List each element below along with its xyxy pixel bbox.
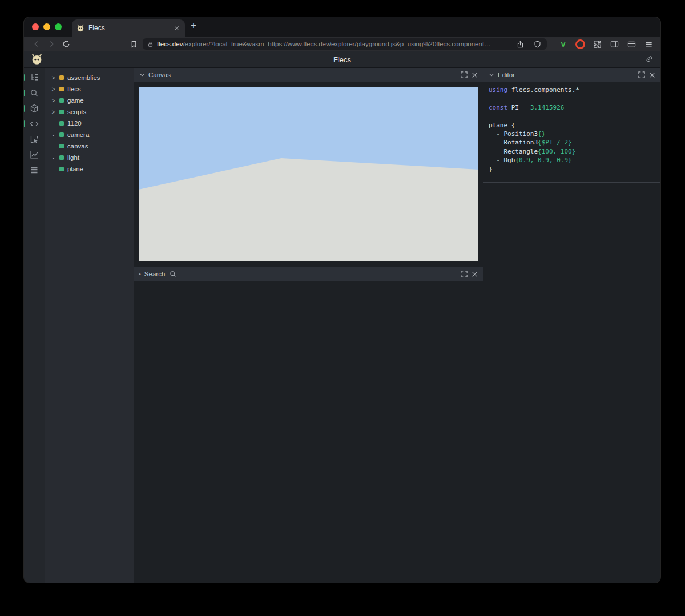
new-tab-button[interactable]: + [191,21,196,30]
tab-strip: Flecs + [24,17,660,37]
entity-kind-swatch [59,87,64,91]
wallet-icon[interactable] [627,39,636,49]
tab-close-icon[interactable] [172,24,180,32]
editor-panel: Editor using flecs.components.* const PI… [483,68,660,583]
entity-kind-swatch [59,155,64,160]
editor-empty-area [483,183,660,583]
chevron-down-icon[interactable] [488,72,494,78]
window-minimize-button[interactable] [43,23,50,30]
leaf-dash-icon: - [51,143,56,150]
bookmark-icon[interactable] [128,38,139,50]
rail-active-indicator [24,74,25,81]
shield-icon[interactable] [533,39,542,49]
rows-icon[interactable] [30,166,39,175]
tree-item-label: flecs [67,86,81,92]
code-line: - Rgb{0.9, 0.9, 0.9} [489,156,655,164]
app-body: >assemblies>flecs>game>scripts-1120-came… [24,68,660,583]
tree-item-label: plane [67,166,83,172]
record-icon[interactable] [575,39,585,49]
window-close-button[interactable] [32,23,39,30]
url-path: /explorer/?local=true&wasm=https://www.f… [183,41,490,47]
lock-icon[interactable] [147,41,154,47]
tree-item-game[interactable]: >game [45,95,134,106]
extensions-puzzle-icon[interactable] [593,39,602,49]
center-column: Canvas • Search [134,68,483,583]
expand-icon[interactable] [638,71,645,79]
search-status-dot: • [139,271,141,277]
rail-active-indicator [24,105,25,112]
search-icon[interactable] [30,88,39,98]
window-zoom-button[interactable] [55,23,62,30]
menu-icon[interactable] [644,39,654,49]
share-icon[interactable] [515,39,525,49]
flecs-logo [31,53,43,65]
rail-active-indicator [24,90,25,96]
code-line: plane { [489,121,655,130]
tree-item-label: game [67,97,84,104]
leaf-dash-icon: - [51,132,56,138]
tree-item-label: scripts [67,108,86,115]
tree-item-light[interactable]: -light [45,152,134,163]
chevron-right-icon[interactable]: > [51,109,56,115]
entity-tree: >assemblies>flecs>game>scripts-1120-came… [45,68,134,583]
search-panel-header[interactable]: • Search [134,267,483,281]
tree-item-assemblies[interactable]: >assemblies [45,72,134,83]
chevron-right-icon[interactable]: > [51,75,56,81]
tree-item-plane[interactable]: -plane [45,163,134,175]
share-link-icon[interactable] [645,55,654,63]
entity-kind-swatch [59,98,64,103]
address-bar[interactable]: flecs.dev/explorer/?local=true&wasm=http… [143,38,547,50]
browser-toolbar: flecs.dev/explorer/?local=true&wasm=http… [24,37,660,51]
tree-item-canvas[interactable]: -canvas [45,140,134,152]
url-domain: flecs.dev [157,41,183,47]
tab-title: Flecs [88,24,168,32]
close-icon[interactable] [471,271,478,278]
browser-tab[interactable]: Flecs [72,19,185,37]
close-icon[interactable] [648,71,656,79]
forward-icon[interactable] [46,38,57,50]
expand-icon[interactable] [460,71,468,79]
code-line: const PI = 3.1415926 [489,103,655,112]
chevron-right-icon[interactable]: > [51,98,56,104]
search-panel-label: Search [144,271,165,277]
chevron-down-icon[interactable] [139,72,145,78]
entity-kind-swatch [59,167,64,171]
entity-kind-swatch [59,110,64,114]
tree-item-camera[interactable]: -camera [45,129,134,140]
icon-rail [24,68,45,583]
rail-active-indicator [24,120,25,127]
page-title: Flecs [333,55,351,64]
editor-code[interactable]: using flecs.components.* const PI = 3.14… [483,82,660,183]
tree-item-label: camera [67,131,89,138]
code-line: - Rectangle{100, 100} [489,147,655,156]
tree-item-label: assemblies [67,74,100,81]
code-line: - Rotation3{$PI / 2} [489,138,655,147]
leaf-dash-icon: - [51,120,56,127]
code-icon[interactable] [30,119,39,128]
extension-v-icon[interactable]: V [558,39,568,49]
browser-window: Flecs + flecs.dev/explorer/?local=true&w… [24,17,660,583]
chart-icon[interactable] [30,150,39,159]
tree-item-scripts[interactable]: >scripts [45,106,134,118]
chevron-right-icon[interactable]: > [51,86,56,92]
canvas-3d-viewport[interactable] [139,87,478,261]
tree-item-1120[interactable]: -1120 [45,118,134,129]
inspect-icon[interactable] [30,135,39,144]
back-icon[interactable] [31,38,42,50]
app-header: Flecs [24,51,660,68]
leaf-dash-icon: - [51,155,56,161]
code-line [489,112,655,120]
toolbar-right-icons: V [558,39,654,49]
tree-item-label: canvas [67,143,88,150]
reload-icon[interactable] [61,38,72,50]
expand-icon[interactable] [460,271,468,278]
code-line: } [489,165,655,174]
entity-kind-swatch [59,75,64,80]
entity-tree-icon[interactable] [30,73,39,82]
tree-item-flecs[interactable]: >flecs [45,83,134,95]
canvas-panel-header: Canvas [134,68,483,82]
cube-icon[interactable] [30,104,39,113]
sidebar-toggle-icon[interactable] [610,39,619,49]
close-icon[interactable] [471,71,478,79]
editor-panel-title: Editor [498,71,515,78]
